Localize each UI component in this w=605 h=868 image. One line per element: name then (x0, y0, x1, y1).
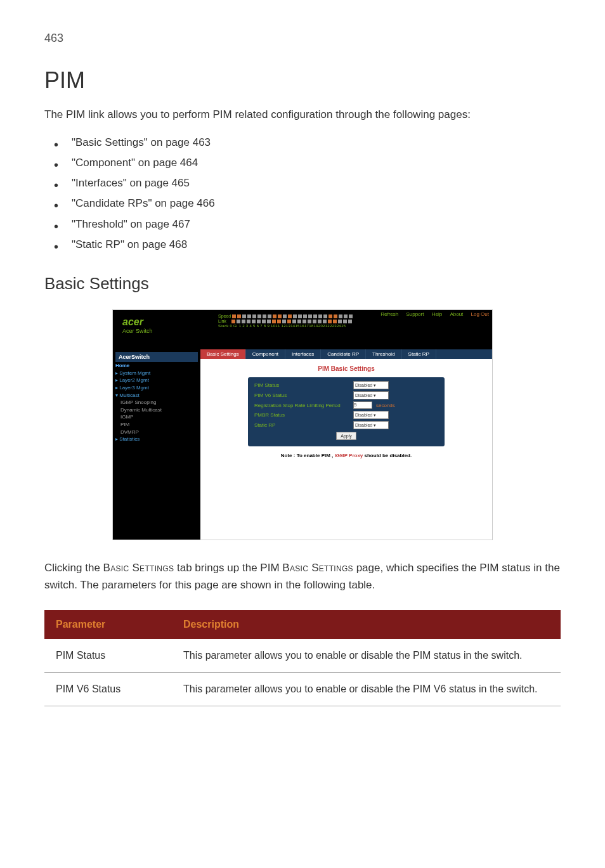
acer-logo-sub: Acer Switch (122, 328, 205, 334)
tab-static-rp[interactable]: Static RP (402, 349, 436, 359)
reg-stop-input[interactable]: 5 (353, 401, 372, 409)
apply-button[interactable]: Apply (336, 432, 356, 440)
note-text: Note : To enable PIM , IGMP Proxy should… (213, 453, 479, 458)
static-rp-label: Static RP (254, 422, 349, 428)
body-text: Clicking the Basic Settings tab brings u… (44, 559, 561, 593)
reg-stop-label: Registration Stop Rate Limiting Period (254, 403, 349, 408)
nav-dynamic-multicast[interactable]: Dynamic Multicast (115, 406, 198, 414)
pim-status-select[interactable]: Disabled ▾ (353, 381, 389, 389)
page-title: PIM (44, 67, 561, 94)
pmbr-status-label: PMBR Status (254, 412, 349, 418)
link-item[interactable]: "Basic Settings" on page 463 (54, 133, 561, 153)
pim-v6-status-label: PIM V6 Status (254, 392, 349, 398)
screenshot: acer Acer Switch Speed Link Stack 0 Gi 1… (112, 309, 493, 540)
seconds-label: seconds (376, 403, 395, 408)
static-rp-select[interactable]: Disabled ▾ (353, 421, 389, 429)
link-item[interactable]: "Interfaces" on page 465 (54, 173, 561, 193)
tab-basic-settings[interactable]: Basic Settings (200, 349, 246, 359)
nav-layer3-mgmt[interactable]: ▸ Layer3 Mgmt (115, 384, 198, 392)
refresh-link[interactable]: Refresh (381, 311, 398, 317)
link-item[interactable]: "Candidate RPs" on page 466 (54, 193, 561, 214)
th-description: Description (172, 610, 561, 639)
switch-label: AcerSwitch (115, 352, 198, 362)
link-item[interactable]: "Component" on page 464 (54, 153, 561, 173)
pim-v6-status-select[interactable]: Disabled ▾ (353, 391, 389, 399)
nav-dvmrp[interactable]: DVMRP (115, 429, 198, 436)
screenshot-main: Basic Settings Component Interfaces Cand… (200, 349, 492, 540)
nav-igmp-snooping[interactable]: IGMP Snooping (115, 399, 198, 406)
table-row: PIM V6 Status This parameter allows you … (44, 672, 561, 706)
page-number: 463 (44, 32, 561, 45)
td-param: PIM V6 Status (44, 672, 172, 706)
nav-multicast[interactable]: ▾ Multicast (115, 392, 198, 399)
parameter-table: Parameter Description PIM Status This pa… (44, 610, 561, 706)
port-row-link: Link (218, 319, 488, 323)
th-parameter: Parameter (44, 610, 172, 639)
link-list: "Basic Settings" on page 463 "Component"… (44, 133, 561, 256)
help-link[interactable]: Help (432, 311, 442, 317)
about-link[interactable]: About (450, 311, 463, 317)
td-desc: This parameter allows you to enable or d… (172, 639, 561, 673)
intro-text: The PIM link allows you to perform PIM r… (44, 107, 561, 123)
nav-igmp[interactable]: IGMP (115, 413, 198, 421)
link-item[interactable]: "Threshold" on page 467 (54, 214, 561, 235)
screenshot-logo-area: acer Acer Switch (113, 310, 214, 349)
igmp-proxy-link[interactable]: IGMP Proxy (335, 453, 363, 458)
nav-pim[interactable]: PIM (115, 421, 198, 429)
tab-component[interactable]: Component (246, 349, 285, 359)
tab-threshold[interactable]: Threshold (366, 349, 402, 359)
tab-interfaces[interactable]: Interfaces (285, 349, 321, 359)
logout-link[interactable]: Log Out (471, 311, 489, 317)
topbar-links: Refresh Support Help About Log Out (374, 311, 489, 317)
nav-layer2-mgmt[interactable]: ▸ Layer2 Mgmt (115, 377, 198, 384)
port-row-label: Link (218, 319, 226, 323)
nav-system-mgmt[interactable]: ▸ System Mgmt (115, 370, 198, 377)
nav-statistics[interactable]: ▸ Statistics (115, 436, 198, 443)
screenshot-tabs: Basic Settings Component Interfaces Cand… (200, 349, 492, 359)
screenshot-sidebar: AcerSwitch Home ▸ System Mgmt ▸ Layer2 M… (113, 349, 200, 540)
port-stack-label: Stack 0 Gi 1 2 3 4 5 6 7 8 9 1011 121314… (218, 324, 488, 328)
content-title: PIM Basic Settings (213, 365, 479, 372)
pim-form: PIM Status Disabled ▾ PIM V6 Status Disa… (248, 377, 445, 446)
support-link[interactable]: Support (406, 311, 424, 317)
acer-logo: acer (122, 316, 205, 328)
pmbr-status-select[interactable]: Disabled ▾ (353, 411, 389, 419)
port-row-label: Speed (218, 314, 231, 318)
tab-candidate-rp[interactable]: Candidate RP (321, 349, 366, 359)
screenshot-topbar: acer Acer Switch Speed Link Stack 0 Gi 1… (113, 310, 492, 349)
link-item[interactable]: "Static RP" on page 468 (54, 235, 561, 255)
td-param: PIM Status (44, 639, 172, 673)
table-row: PIM Status This parameter allows you to … (44, 639, 561, 673)
td-desc: This parameter allows you to enable or d… (172, 672, 561, 706)
tab-blank (436, 349, 492, 359)
section-heading: Basic Settings (44, 274, 561, 294)
pim-status-label: PIM Status (254, 382, 349, 388)
nav-home[interactable]: Home (115, 362, 198, 370)
